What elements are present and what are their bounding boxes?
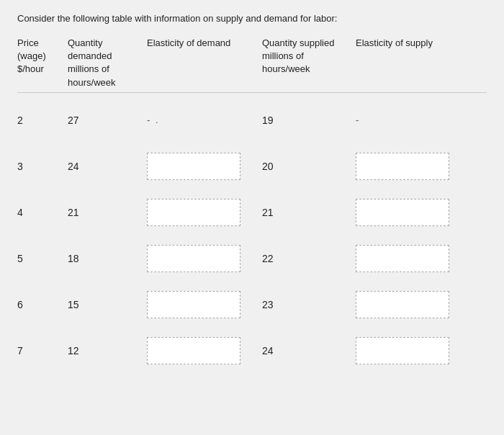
qty-supplied-value: 20 [262,161,356,172]
elasticity-demand-input[interactable] [147,337,240,364]
qty-demanded-value: 18 [68,253,147,264]
qty-demanded-value: 27 [68,115,147,126]
header-elasticity-supply: Elasticity of supply [356,37,471,50]
elasticity-supply-input[interactable] [356,245,449,272]
header-qty-demanded: Quantity demanded millions of hours/week [68,37,147,89]
intro-text: Consider the following table with inform… [17,13,487,24]
elasticity-supply-input[interactable] [356,291,449,318]
qty-demanded-value: 21 [68,207,147,218]
elasticity-demand-input[interactable] [147,245,240,272]
table-row: 5 18 22 [17,236,487,282]
elasticity-supply-input-cell [356,291,471,318]
elasticity-supply-input[interactable] [356,199,449,226]
price-value: 2 [17,115,68,126]
elasticity-supply-input-cell [356,337,471,364]
elasticity-supply-input-cell [356,199,471,226]
price-value: 5 [17,253,68,264]
elasticity-demand-input-cell [147,153,262,180]
table-row: 7 12 24 [17,328,487,374]
labor-table: Price (wage) $/hour Quantity demanded mi… [17,37,487,374]
qty-demanded-value: 12 [68,345,147,356]
elasticity-supply-input[interactable] [356,337,449,364]
header-elasticity-demand: Elasticity of demand [147,37,262,50]
table-row: 2 27 - . 19 - [17,97,487,143]
header-qty-supplied: Quantity supplied millions of hours/week [262,37,356,76]
elasticity-demand-input-cell [147,245,262,272]
price-value: 3 [17,161,68,172]
table-row: 6 15 23 [17,282,487,328]
elasticity-demand-input[interactable] [147,153,240,180]
table-row: 4 21 21 [17,189,487,236]
qty-supplied-value: 23 [262,299,356,310]
qty-supplied-value: 24 [262,345,356,356]
elasticity-supply-input-cell [356,153,471,180]
elasticity-supply-input-cell [356,245,471,272]
table-row: 3 24 20 [17,143,487,189]
elasticity-supply-value: - [356,115,471,125]
elasticity-demand-value: - . [147,115,262,125]
elasticity-supply-input[interactable] [356,153,449,180]
header-price: Price (wage) $/hour [17,37,68,76]
qty-supplied-value: 19 [262,115,356,126]
elasticity-demand-input-cell [147,291,262,318]
qty-demanded-value: 15 [68,299,147,310]
elasticity-demand-input[interactable] [147,291,240,318]
elasticity-demand-input-cell [147,199,262,226]
table-header: Price (wage) $/hour Quantity demanded mi… [17,37,487,93]
price-value: 4 [17,207,68,218]
elasticity-demand-input-cell [147,337,262,364]
qty-supplied-value: 22 [262,253,356,264]
qty-demanded-value: 24 [68,161,147,172]
elasticity-demand-input[interactable] [147,199,240,226]
qty-supplied-value: 21 [262,207,356,218]
price-value: 7 [17,345,68,356]
price-value: 6 [17,299,68,310]
